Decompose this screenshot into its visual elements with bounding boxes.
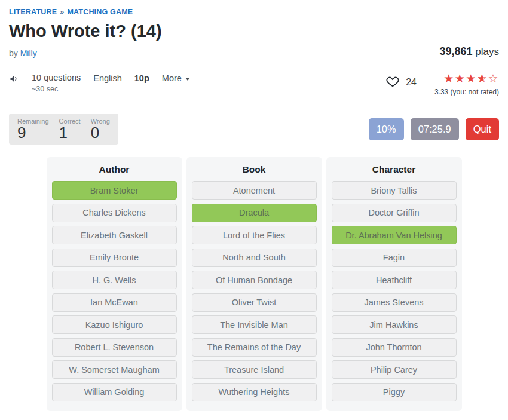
sound-toggle-icon[interactable] bbox=[9, 74, 19, 86]
quiz-info-bar: 10 questions ~30 sec English 10p More 24… bbox=[0, 66, 508, 103]
heart-icon bbox=[386, 75, 399, 90]
page-title: Who Wrote it? (14) bbox=[9, 22, 499, 41]
match-button[interactable]: The Invisible Man bbox=[192, 315, 317, 334]
more-dropdown[interactable]: More bbox=[162, 73, 190, 83]
plays-counter: 39,861 plays bbox=[440, 45, 499, 58]
score-box: Remaining 9 Correct 1 Wrong 0 bbox=[9, 114, 118, 145]
column-character: CharacterBriony TallisDoctor GriffinDr. … bbox=[326, 157, 462, 411]
star-full-icon[interactable]: ★ bbox=[455, 73, 466, 84]
match-button[interactable]: Treasure Island bbox=[192, 360, 317, 379]
like-button[interactable]: 24 bbox=[386, 75, 417, 90]
like-count: 24 bbox=[406, 77, 417, 88]
star-full-icon[interactable]: ★ bbox=[466, 73, 477, 84]
chevron-down-icon bbox=[185, 78, 190, 81]
stat-value: 0 bbox=[91, 125, 110, 141]
plays-count: 39,861 bbox=[440, 45, 473, 57]
star-full-icon[interactable]: ★ bbox=[443, 73, 455, 84]
byline: by Milly bbox=[9, 48, 37, 58]
match-button[interactable]: Robert L. Stevenson bbox=[52, 338, 177, 357]
match-button[interactable]: Wuthering Heights bbox=[192, 383, 317, 401]
breadcrumb-section-link[interactable]: MATCHING GAME bbox=[67, 8, 133, 16]
match-button-matched[interactable]: Dracula bbox=[192, 204, 317, 222]
question-count: 10 questions bbox=[32, 73, 81, 82]
timer-badge: 07:25.9 bbox=[411, 118, 459, 140]
stat-value: 1 bbox=[59, 125, 81, 141]
match-button[interactable]: Charles Dickens bbox=[52, 204, 177, 222]
match-button[interactable]: Doctor Griffin bbox=[332, 204, 457, 222]
match-button[interactable]: Piggy bbox=[332, 383, 457, 401]
by-label: by bbox=[9, 48, 18, 58]
match-button[interactable]: W. Somerset Maugham bbox=[52, 360, 177, 379]
progress-badge: 10% bbox=[369, 118, 404, 140]
rating-text: 3.33 (you: not rated) bbox=[434, 88, 499, 96]
stat-remaining: Remaining 9 bbox=[17, 118, 49, 141]
match-button-matched[interactable]: Bram Stoker bbox=[52, 181, 177, 200]
column-header: Author bbox=[52, 164, 177, 175]
match-button[interactable]: The Remains of the Day bbox=[192, 338, 317, 357]
match-button-matched[interactable]: Dr. Abraham Van Helsing bbox=[332, 226, 457, 244]
column-author: AuthorBram StokerCharles DickensElizabet… bbox=[47, 157, 182, 411]
match-button[interactable]: John Thornton bbox=[332, 338, 457, 357]
page-header: LITERATURE»MATCHING GAME Who Wrote it? (… bbox=[0, 0, 508, 66]
plays-label: plays bbox=[475, 46, 499, 57]
match-button[interactable]: Lord of the Flies bbox=[192, 226, 317, 244]
match-button[interactable]: Elizabeth Gaskell bbox=[52, 226, 177, 244]
match-button[interactable]: Atonement bbox=[192, 181, 317, 200]
star-half-icon[interactable]: ☆★ bbox=[477, 73, 488, 84]
match-button[interactable]: James Stevens bbox=[332, 293, 457, 312]
column-header: Character bbox=[332, 164, 457, 175]
match-button[interactable]: Philip Carey bbox=[332, 360, 457, 379]
match-button[interactable]: Oliver Twist bbox=[192, 293, 317, 312]
match-button[interactable]: Ian McEwan bbox=[52, 293, 177, 312]
points-label: 10p bbox=[134, 73, 149, 83]
breadcrumb-separator: » bbox=[60, 8, 64, 16]
game-status-bar: Remaining 9 Correct 1 Wrong 0 10% 07:25.… bbox=[0, 103, 508, 145]
question-count-block: 10 questions ~30 sec bbox=[32, 73, 81, 93]
match-button[interactable]: Jim Hawkins bbox=[332, 315, 457, 334]
column-book: BookAtonementDraculaLord of the FliesNor… bbox=[186, 157, 322, 411]
star-empty-icon[interactable]: ☆ bbox=[488, 73, 499, 84]
language-label: English bbox=[93, 73, 122, 83]
duration: ~30 sec bbox=[32, 85, 81, 93]
breadcrumb-category-link[interactable]: LITERATURE bbox=[9, 8, 57, 16]
stat-wrong: Wrong 0 bbox=[91, 118, 110, 141]
match-button[interactable]: Of Human Bondage bbox=[192, 271, 317, 289]
match-button[interactable]: William Golding bbox=[52, 383, 177, 401]
match-button[interactable]: Emily Brontë bbox=[52, 249, 177, 267]
star-rating[interactable]: ★★★☆★☆ bbox=[434, 73, 499, 84]
match-button[interactable]: Fagin bbox=[332, 249, 457, 267]
match-button[interactable]: H. G. Wells bbox=[52, 271, 177, 289]
stat-value: 9 bbox=[17, 125, 49, 141]
match-button[interactable]: Heathcliff bbox=[332, 271, 457, 289]
more-label: More bbox=[162, 73, 182, 83]
stat-correct: Correct 1 bbox=[59, 118, 81, 141]
column-header: Book bbox=[192, 164, 317, 175]
matching-board: AuthorBram StokerCharles DickensElizabet… bbox=[0, 157, 508, 411]
match-button[interactable]: North and South bbox=[192, 249, 317, 267]
quit-button[interactable]: Quit bbox=[466, 118, 499, 140]
match-button[interactable]: Kazuo Ishiguro bbox=[52, 315, 177, 334]
rating-block: ★★★☆★☆ 3.33 (you: not rated) bbox=[434, 73, 499, 96]
author-link[interactable]: Milly bbox=[20, 48, 37, 58]
match-button[interactable]: Briony Tallis bbox=[332, 181, 457, 200]
breadcrumb: LITERATURE»MATCHING GAME bbox=[9, 8, 499, 16]
